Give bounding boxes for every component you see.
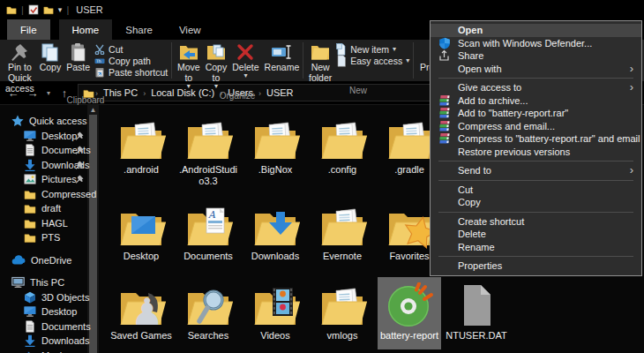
sidebar-item-onedrive[interactable]: OneDrive <box>0 253 99 268</box>
pin-to-quick-access-button[interactable]: Pin to Quick access <box>3 41 37 95</box>
sidebar-item-desktop[interactable]: Desktop <box>0 129 99 144</box>
delete-button[interactable]: Delete ▾ <box>229 41 261 80</box>
menu-item-give-access-to[interactable]: Give access to› <box>431 81 641 94</box>
rename-button[interactable]: Rename <box>262 41 303 75</box>
menu-item-open[interactable]: Open <box>431 24 641 37</box>
menu-item-delete[interactable]: Delete <box>431 228 641 241</box>
sidebar-item-quick-access[interactable]: Quick access <box>0 114 99 129</box>
file-item--androidstudio3-3[interactable]: .AndroidStudio3.3 <box>176 111 240 187</box>
menu-item-compress-and-email[interactable]: Compress and email... <box>431 120 641 133</box>
menu-item-share[interactable]: Share <box>431 49 641 63</box>
tab-file[interactable]: File <box>7 19 50 40</box>
file-item-label: Downloads <box>243 251 307 262</box>
file-item-label: .AndroidStudio3.3 <box>176 164 240 187</box>
rename-icon <box>271 42 292 62</box>
sidebar-item-pictures[interactable]: Pictures <box>0 172 99 187</box>
group-label-organize: Organize <box>175 91 300 101</box>
paste-button[interactable]: Paste <box>64 41 93 75</box>
menu-item-compress-to-battery-report-rar-and-email[interactable]: Compress to "battery-report.rar" and ema… <box>431 132 641 146</box>
menu-item-open-with[interactable]: Open with› <box>431 63 641 76</box>
cut-button[interactable]: Cut <box>94 43 168 55</box>
sidebar-item-this-pc[interactable]: This PC <box>0 275 99 290</box>
file-item-vmlogs[interactable]: vmlogs <box>311 277 374 342</box>
menu-item-add-to-archive[interactable]: Add to archive... <box>431 94 641 108</box>
file-item-battery-report[interactable]: battery-report <box>378 277 441 349</box>
qat-new-folder-icon[interactable] <box>43 4 54 15</box>
folder-icon <box>24 188 36 200</box>
menu-item-label: Compress to "battery-report.rar" and ema… <box>458 133 640 144</box>
pin-icon <box>75 175 84 184</box>
move-to-icon <box>178 42 199 62</box>
sidebar-item-hagl[interactable]: HAGL <box>0 216 99 231</box>
sidebar-item-label: PTS <box>41 232 60 243</box>
easy-access-label: Easy access <box>350 56 402 66</box>
sidebar-item-label: This PC <box>30 277 64 288</box>
sidebar-item-music[interactable]: ♪Music <box>0 349 99 353</box>
move-to-button[interactable]: Move to ▾ <box>175 41 203 91</box>
file-item-label: battery-report <box>378 330 441 342</box>
folder-icon <box>24 231 36 244</box>
sidebar-item-draft[interactable]: draft <box>0 201 99 216</box>
menu-icon-spacer <box>438 215 458 228</box>
file-item--bignox[interactable]: .BigNox <box>243 111 307 176</box>
window-title: USER <box>76 4 103 15</box>
sidebar-item-downloads[interactable]: Downloads <box>0 158 99 173</box>
folder-papers-icon <box>311 277 374 328</box>
file-item-downloads[interactable]: Downloads <box>243 198 307 262</box>
folder-doc-icon: A <box>176 198 240 249</box>
qat-customize-caret-icon[interactable]: ▾ <box>58 7 63 12</box>
menu-item-add-to-battery-report-rar[interactable]: Add to "battery-report.rar" <box>431 107 641 120</box>
file-item-videos[interactable]: Videos <box>243 277 307 342</box>
sidebar-item-label: draft <box>41 203 61 214</box>
file-item--android[interactable]: .android <box>109 111 173 176</box>
menu-item-rename[interactable]: Rename <box>431 241 641 254</box>
cube-icon <box>24 291 36 304</box>
file-item--config[interactable]: .config <box>311 111 374 176</box>
new-item-button[interactable]: New item ▾ <box>336 43 409 55</box>
menu-item-create-shortcut[interactable]: Create shortcut <box>431 215 641 229</box>
easy-access-button[interactable]: Easy access ▾ <box>336 55 409 66</box>
sidebar-item-documents[interactable]: Documents <box>0 143 99 158</box>
tab-share[interactable]: Share <box>112 19 166 40</box>
qat-properties-icon[interactable] <box>28 4 39 15</box>
file-item-evernote[interactable]: Evernote <box>311 198 374 262</box>
menu-item-copy[interactable]: Copy <box>431 196 641 209</box>
file-item-saved-games[interactable]: ♟Saved Games <box>109 277 173 342</box>
file-item-searches[interactable]: Searches <box>176 277 240 342</box>
menu-item-label: Share <box>458 50 483 61</box>
sidebar-item-pts[interactable]: PTS <box>0 230 99 245</box>
copy-path-button[interactable]: Th Copy path <box>94 55 168 66</box>
sidebar-item-3d-objects[interactable]: 3D Objects <box>0 290 99 305</box>
file-item-ntuser-dat[interactable]: NTUSER.DAT <box>445 277 508 342</box>
file-item-label: Desktop <box>109 251 173 262</box>
sidebar-item-compressed[interactable]: Compressed <box>0 187 99 202</box>
menu-separator <box>438 161 633 161</box>
tab-home[interactable]: Home <box>59 19 113 40</box>
sidebar-item-label: Pictures <box>41 174 77 184</box>
folder-film-icon <box>243 277 307 328</box>
menu-icon-spacer <box>438 184 458 196</box>
file-item-label: .BigNox <box>243 164 307 176</box>
new-item-icon <box>336 43 347 56</box>
copy-to-button[interactable]: Copy to ▾ <box>203 41 230 91</box>
sidebar-item-documents[interactable]: Documents <box>0 319 99 334</box>
menu-icon-spacer <box>438 196 458 208</box>
ribbon-group-organize: Move to ▾ Copy to ▾ Delete ▾ Rename Orga… <box>172 40 303 81</box>
menu-item-cut[interactable]: Cut <box>431 184 641 197</box>
cut-label: Cut <box>109 44 123 55</box>
copy-button[interactable]: Copy <box>37 41 64 75</box>
file-item-desktop[interactable]: Desktop <box>109 198 173 262</box>
menu-item-properties[interactable]: Properties <box>431 259 641 273</box>
menu-item-scan-with-windows-defender[interactable]: Scan with Windows Defender... <box>431 37 641 50</box>
menu-item-send-to[interactable]: Send to› <box>431 164 641 177</box>
sidebar-item-desktop[interactable]: Desktop <box>0 304 99 319</box>
sidebar-item-label: Desktop <box>41 131 77 141</box>
tab-view[interactable]: View <box>166 19 214 40</box>
file-item-documents[interactable]: ADocuments <box>176 198 240 262</box>
menu-item-label: Delete <box>458 229 486 239</box>
menu-item-label: Give access to <box>458 82 521 93</box>
sidebar-item-downloads[interactable]: Downloads <box>0 334 99 349</box>
new-folder-button[interactable]: New folder <box>306 41 334 86</box>
menu-item-restore-previous-versions[interactable]: Restore previous versions <box>431 146 641 159</box>
paste-shortcut-button[interactable]: Paste shortcut <box>94 66 168 78</box>
